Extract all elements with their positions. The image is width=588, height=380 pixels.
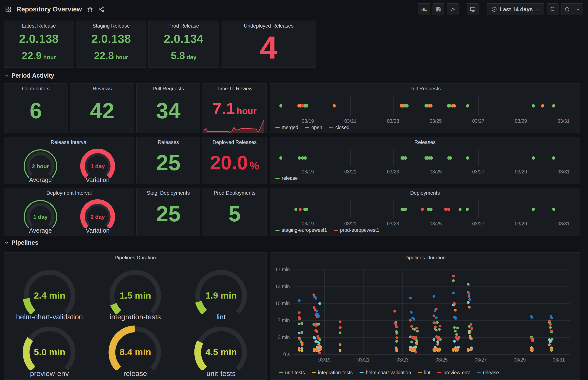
scatter-point (393, 310, 396, 313)
event-point (298, 156, 301, 160)
stat-value: 4 (222, 31, 316, 64)
scatter-point (548, 320, 551, 322)
legend-item-staging-europewest1[interactable]: staging-europewest1 (275, 227, 327, 233)
event-point (449, 156, 452, 160)
scatter-point (317, 337, 320, 340)
event-point (430, 104, 432, 108)
scatter-point (549, 323, 552, 326)
legend-item-merged[interactable]: merged (275, 125, 298, 131)
event-point (552, 104, 555, 108)
legend-item-closed[interactable]: closed (329, 125, 349, 131)
legend-item-release[interactable]: release (275, 175, 298, 181)
legend-item-open[interactable]: open (305, 125, 322, 131)
x-tick-label: 03/31 (553, 357, 565, 363)
event-point (459, 208, 462, 211)
scatter-point (434, 325, 437, 328)
gauge-integration-tests: 1.5 minintegration-tests (92, 265, 178, 321)
scatter-point (298, 347, 301, 350)
legend-item-unit-tests[interactable]: unit-tests (279, 370, 305, 376)
event-point (279, 156, 282, 160)
legend-item-prod-europewest1[interactable]: prod-europewest1 (334, 227, 379, 233)
stat-value: 5 (203, 202, 266, 226)
panel-deployed-releases: Deployed Releases 20.0% (203, 137, 267, 184)
x-tick-label: 03/27 (472, 221, 484, 227)
scatter-point (452, 275, 455, 277)
legend-item-preview-env[interactable]: preview-env (437, 370, 470, 376)
deployments-plot: 03/1903/2103/2303/2503/2703/2903/31 (274, 200, 576, 218)
scatter-point (458, 336, 460, 339)
scatter-point (318, 351, 321, 354)
x-gridline (393, 200, 394, 218)
svg-text:2.4 min: 2.4 min (34, 290, 65, 301)
y-gridline (293, 321, 571, 321)
scatter-point (316, 330, 318, 333)
legend-item-release[interactable]: release (477, 370, 499, 376)
time-to-review-sparkline (203, 119, 266, 133)
x-tick-label: 03/29 (515, 169, 527, 175)
event-point (301, 104, 304, 108)
event-point (532, 156, 535, 160)
legend-marker (329, 127, 333, 128)
refresh-button[interactable] (561, 3, 573, 15)
stat-value: 25 (137, 151, 200, 174)
star-icon[interactable] (87, 6, 93, 13)
gauge-helm-chart-validation: 2.4 minhelm-chart-validation (7, 265, 92, 321)
event-point (401, 104, 404, 108)
x-gridline (436, 200, 436, 218)
x-gridline (308, 150, 308, 166)
scatter-point (301, 331, 303, 334)
event-point (333, 104, 336, 108)
scatter-point (409, 297, 412, 299)
x-gridline (564, 200, 564, 218)
gauge-release: 8.4 minrelease (92, 321, 178, 378)
panel-title: Latest Release (4, 23, 74, 29)
panel-deployment-interval: Deployment Interval 1 day Average 2 day … (4, 188, 134, 236)
scatter-point (550, 316, 553, 319)
x-gridline (350, 96, 351, 115)
save-dashboard-button[interactable] (432, 3, 444, 15)
y-tick-label: 13 min (275, 284, 290, 289)
x-tick-label: 03/31 (557, 118, 570, 124)
scatter-point (301, 343, 304, 346)
dashboard-grid-icon[interactable] (5, 6, 11, 13)
event-point (466, 104, 469, 108)
add-panel-button[interactable] (418, 3, 430, 15)
kiosk-mode-button[interactable] (467, 3, 479, 15)
refresh-interval-dropdown[interactable] (573, 3, 583, 15)
legend-marker (311, 372, 316, 373)
share-icon[interactable] (98, 6, 105, 13)
scatter-point (317, 315, 320, 318)
x-tick-label: 03/23 (387, 169, 399, 175)
gauge-label: Variation (86, 176, 109, 183)
scatter-point (314, 337, 316, 340)
pull-requests-plot: 03/1903/2103/2303/2503/2703/2903/31 (274, 96, 576, 115)
legend-item-integration-tests[interactable]: integration-tests (311, 370, 353, 376)
x-tick-label: 03/27 (472, 169, 484, 175)
time-range-label: Last 14 days (500, 6, 533, 13)
legend-marker (275, 230, 280, 231)
svg-text:8.4 min: 8.4 min (120, 347, 151, 357)
section-pipelines[interactable]: Pipelines (4, 239, 38, 246)
dashboard-settings-button[interactable] (447, 3, 459, 15)
x-gridline (324, 269, 325, 354)
clock-icon (491, 6, 497, 12)
scatter-point (548, 343, 551, 346)
y-tick-label: 17 min (275, 267, 290, 272)
x-gridline (350, 150, 351, 166)
event-point (294, 208, 297, 211)
x-gridline (478, 150, 479, 166)
stat-secondary: 22.9hour (4, 51, 74, 61)
panel-undeployed-releases: Undeployed Releases 4 (222, 20, 316, 68)
section-period-activity[interactable]: Period Activity (4, 72, 54, 79)
x-tick-label: 03/21 (345, 118, 357, 124)
time-range-picker[interactable]: Last 14 days (487, 3, 544, 15)
event-point (430, 208, 432, 211)
x-gridline (478, 200, 479, 218)
legend-item-helm-chart-validation[interactable]: helm-chart-validation (360, 370, 411, 376)
zoom-out-button[interactable] (547, 3, 559, 15)
event-point (430, 156, 433, 160)
gauge-unit-tests: 4.5 minunit-tests (178, 321, 264, 378)
legend-item-lint[interactable]: lint (418, 370, 430, 376)
legend-marker (275, 127, 280, 128)
svg-text:1 day: 1 day (90, 163, 105, 170)
